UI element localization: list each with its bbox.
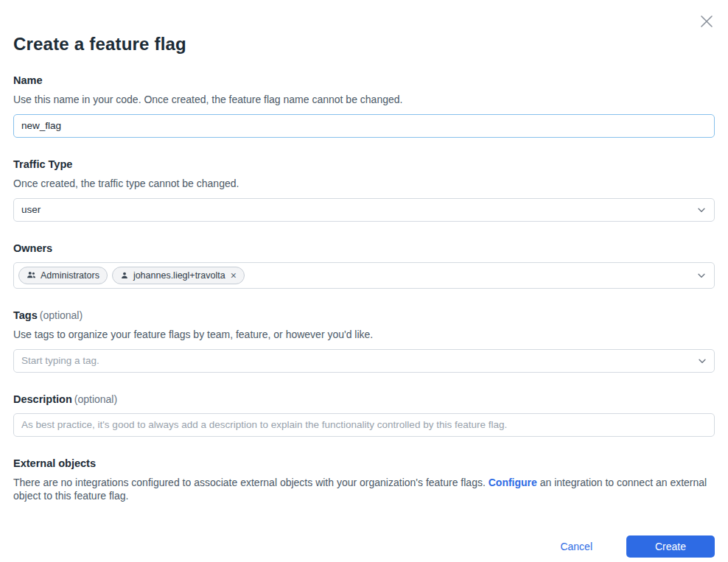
create-button[interactable]: Create (626, 535, 715, 558)
page-title: Create a feature flag (13, 34, 715, 55)
description-label: Description (13, 393, 72, 405)
external-objects-label: External objects (13, 457, 96, 469)
owner-chip-label: Administrators (41, 270, 99, 281)
owner-chip-administrators: Administrators (18, 267, 108, 284)
name-input[interactable] (13, 114, 715, 138)
description-section: Description(optional) (13, 393, 715, 437)
owner-chip-user: johannes.liegl+travolta × (112, 267, 245, 284)
chevron-down-icon (696, 205, 707, 215)
description-optional-suffix: (optional) (74, 393, 117, 405)
external-objects-text-before: There are no integrations configured to … (13, 477, 486, 488)
traffic-type-helper: Once created, the traffic type cannot be… (13, 177, 715, 191)
traffic-type-selected-value: user (21, 204, 41, 215)
remove-chip-icon[interactable]: × (231, 270, 237, 281)
owners-label: Owners (13, 242, 52, 254)
chevron-down-icon (697, 356, 707, 366)
tags-label: Tags (13, 309, 38, 321)
name-helper: Use this name in your code. Once created… (13, 93, 715, 107)
cancel-button[interactable]: Cancel (554, 536, 598, 557)
traffic-type-section: Traffic Type Once created, the traffic t… (13, 158, 715, 222)
traffic-type-select[interactable]: user (13, 198, 715, 222)
close-x-glyph (699, 13, 715, 29)
owners-multiselect[interactable]: Administrators johannes.liegl+travolta × (13, 262, 715, 289)
owners-section: Owners Administrators (13, 242, 715, 289)
modal-footer: Cancel Create (13, 535, 715, 558)
traffic-type-label: Traffic Type (13, 158, 72, 170)
description-input[interactable] (13, 413, 715, 437)
owner-chip-label: johannes.liegl+travolta (133, 270, 225, 281)
name-section: Name Use this name in your code. Once cr… (13, 74, 715, 138)
tags-optional-suffix: (optional) (40, 309, 83, 321)
create-feature-flag-modal: Create a feature flag Name Use this name… (0, 0, 728, 558)
external-objects-section: External objects There are no integratio… (13, 457, 715, 503)
tags-helper: Use tags to organize your feature flags … (13, 328, 715, 342)
name-label: Name (13, 74, 43, 86)
chevron-down-icon (696, 270, 707, 281)
configure-link[interactable]: Configure (489, 477, 537, 488)
person-icon (120, 271, 129, 280)
external-objects-text: There are no integrations configured to … (13, 476, 715, 503)
group-icon (27, 270, 36, 280)
close-icon[interactable] (696, 10, 718, 32)
tags-section: Tags(optional) Use tags to organize your… (13, 309, 715, 373)
tags-input[interactable] (13, 349, 715, 373)
